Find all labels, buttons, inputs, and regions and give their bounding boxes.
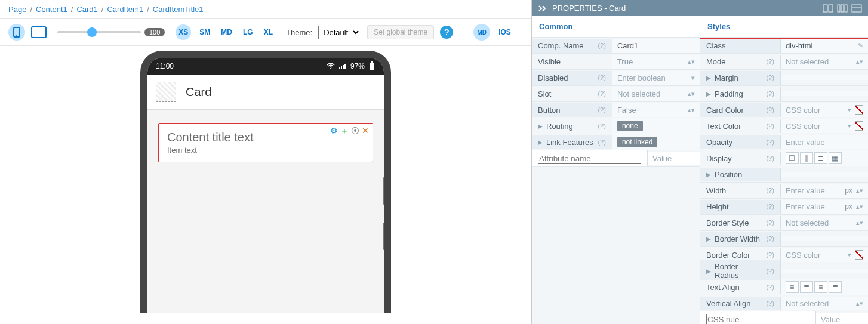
align-center-icon[interactable]: ≣ (800, 281, 813, 293)
help-icon[interactable]: (?) (766, 300, 774, 307)
dropdown-icon[interactable]: ▾ (848, 106, 851, 114)
help-icon[interactable]: (?) (766, 267, 774, 274)
help-icon[interactable]: (?) (766, 90, 774, 97)
display-inline-icon[interactable]: ∥ (800, 152, 813, 164)
layout-icon-1[interactable] (823, 4, 833, 13)
val-link[interactable]: not linked (617, 137, 657, 147)
input-width[interactable] (786, 186, 841, 195)
link-icon[interactable]: ⦿ (351, 126, 359, 137)
help-icon[interactable]: (?) (598, 122, 605, 129)
chevron-right-icon[interactable]: ▶ (706, 91, 711, 97)
breadcrumb-content1[interactable]: Content1 (36, 5, 67, 14)
input-border-style[interactable] (786, 218, 852, 227)
help-icon[interactable]: (?) (766, 58, 774, 65)
input-text-color[interactable] (786, 122, 844, 131)
chevron-right-icon[interactable]: ▶ (706, 171, 711, 178)
zoom-track[interactable] (57, 31, 141, 33)
header-image-placeholder[interactable] (156, 82, 176, 102)
help-icon[interactable]: (?) (598, 74, 605, 81)
input-class[interactable] (786, 41, 854, 50)
collapse-icon[interactable] (538, 5, 547, 12)
align-right-icon[interactable]: ≡ (814, 281, 827, 293)
input-disabled[interactable] (617, 73, 688, 82)
breakpoint-md[interactable]: MD (218, 28, 235, 36)
breadcrumb-page[interactable]: Page (8, 5, 26, 14)
input-attr-name[interactable] (538, 153, 641, 164)
device-tablet-button[interactable] (31, 26, 47, 38)
input-card-color[interactable] (786, 106, 844, 115)
help-icon[interactable]: (?) (766, 235, 774, 242)
chevron-right-icon[interactable]: ▶ (706, 236, 711, 242)
close-icon[interactable]: ✕ (362, 126, 369, 137)
dropdown-icon[interactable]: ▴▾ (856, 58, 863, 66)
breadcrumb-carditem1[interactable]: CardItem1 (107, 5, 143, 14)
edit-icon[interactable]: ✎ (858, 42, 863, 50)
selected-card[interactable]: ⚙ ＋ ⦿ ✕ Content title text Item text (158, 123, 373, 162)
help-icon[interactable]: (?) (598, 90, 605, 97)
display-flex-icon[interactable]: ≣ (814, 152, 827, 164)
device-phone-button[interactable] (8, 24, 25, 41)
help-icon[interactable]: (?) (766, 203, 774, 210)
zoom-thumb[interactable] (87, 27, 97, 37)
help-icon[interactable]: (?) (766, 219, 774, 226)
dropdown-icon[interactable]: ▴▾ (856, 203, 863, 211)
chevron-right-icon[interactable]: ▶ (706, 268, 711, 274)
card-item-text[interactable]: Item text (167, 146, 364, 155)
dropdown-icon[interactable]: ▴▾ (856, 187, 863, 195)
color-swatch[interactable] (855, 121, 863, 131)
input-vertical-align[interactable] (786, 299, 852, 308)
color-swatch[interactable] (855, 250, 863, 260)
platform-ios-button[interactable]: IOS (498, 28, 511, 36)
platform-md-button[interactable]: MD (473, 24, 490, 41)
input-border-color[interactable] (786, 251, 844, 260)
val-button[interactable]: False (617, 106, 636, 115)
input-mode[interactable] (786, 57, 852, 66)
help-icon[interactable]: (?) (766, 138, 774, 146)
align-justify-icon[interactable]: ≣ (829, 281, 842, 293)
set-global-theme-button[interactable]: Set global theme (367, 25, 434, 39)
input-slot[interactable] (617, 90, 684, 98)
breakpoint-sm[interactable]: SM (197, 28, 213, 36)
dropdown-icon[interactable]: ▴▾ (856, 219, 863, 227)
color-swatch[interactable] (855, 105, 863, 115)
val-visible[interactable]: True (617, 57, 633, 66)
unit-width[interactable]: px (845, 186, 852, 195)
dropdown-icon[interactable]: ▴▾ (688, 106, 695, 114)
val-routing[interactable]: none (617, 121, 643, 131)
breakpoint-xl[interactable]: XL (261, 28, 275, 36)
unit-height[interactable]: px (845, 202, 852, 211)
chevron-right-icon[interactable]: ▶ (538, 123, 543, 129)
dropdown-icon[interactable]: ▾ (691, 74, 695, 82)
chevron-right-icon[interactable]: ▶ (706, 75, 711, 81)
breakpoint-lg[interactable]: LG (241, 28, 256, 36)
help-icon[interactable]: (?) (766, 283, 774, 291)
help-icon[interactable]: ? (440, 26, 453, 39)
breadcrumb-carditemtitle1[interactable]: CardItemTitle1 (153, 5, 204, 14)
help-icon[interactable]: (?) (766, 251, 774, 258)
help-icon[interactable]: (?) (598, 42, 605, 49)
dropdown-icon[interactable]: ▴▾ (688, 90, 695, 98)
input-opacity[interactable] (786, 138, 863, 147)
input-height[interactable] (786, 202, 841, 211)
breadcrumb-card1[interactable]: Card1 (76, 5, 97, 14)
gear-icon[interactable]: ⚙ (330, 126, 338, 137)
dropdown-icon[interactable]: ▴▾ (688, 58, 695, 66)
display-block-icon[interactable]: ☐ (786, 152, 799, 164)
layout-icon-3[interactable] (851, 4, 862, 13)
input-comp-name[interactable] (617, 41, 695, 50)
help-icon[interactable]: (?) (766, 74, 774, 81)
theme-select[interactable]: Default (318, 26, 361, 39)
input-attr-value[interactable] (652, 154, 695, 163)
help-icon[interactable]: (?) (598, 138, 605, 146)
chevron-right-icon[interactable]: ▶ (538, 139, 543, 146)
help-icon[interactable]: (?) (766, 106, 774, 113)
input-css-rule-name[interactable] (706, 314, 809, 325)
dropdown-icon[interactable]: ▾ (848, 251, 851, 259)
dropdown-icon[interactable]: ▴▾ (856, 300, 863, 307)
layout-icon-2[interactable] (837, 4, 848, 13)
align-left-icon[interactable]: ≡ (786, 281, 799, 293)
zoom-slider[interactable]: 100 (57, 28, 165, 36)
add-icon[interactable]: ＋ (340, 126, 349, 137)
help-icon[interactable]: (?) (766, 155, 774, 162)
display-grid-icon[interactable]: ▦ (829, 152, 842, 164)
